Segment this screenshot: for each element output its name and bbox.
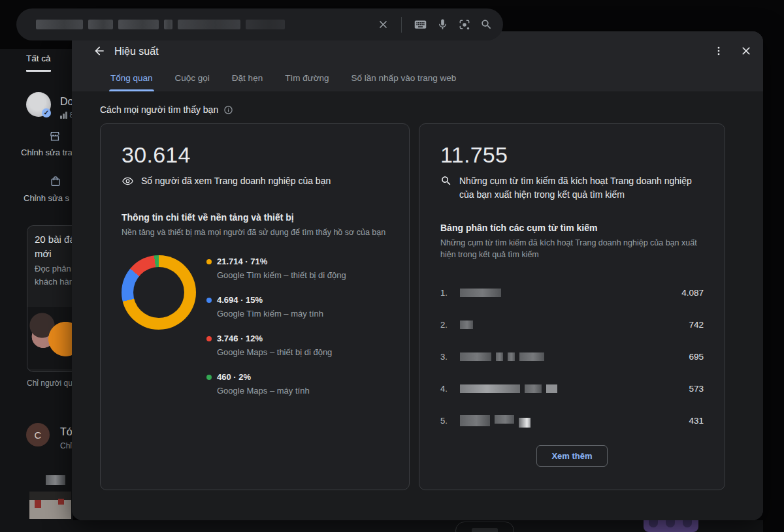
legend-dot: [206, 336, 212, 341]
keyboard-button[interactable]: [414, 18, 427, 31]
redacted-term: [508, 352, 515, 361]
legend-label: Google Maps – thiết bị di động: [217, 347, 346, 357]
redacted-term: [519, 352, 544, 361]
contact-subtitle: Chỉ: [60, 441, 72, 450]
term-value: 4.087: [681, 288, 704, 298]
term-rank: 4.: [440, 384, 460, 394]
tab-overview[interactable]: Tổng quan: [109, 69, 154, 91]
bg-pill-button[interactable]: [455, 522, 514, 532]
donut-legend: 21.714 · 71% Google Tìm kiếm – thiết bị …: [206, 255, 346, 396]
redacted-text: [36, 20, 83, 29]
redacted-term: [460, 415, 490, 426]
views-count: 30.614: [122, 142, 388, 168]
dialog-tabs: Tổng quan Cuộc gọi Đặt hẹn Tìm đường Số …: [109, 69, 457, 91]
search-terms-count: 11.755: [440, 142, 704, 168]
shopping-bag-icon: [49, 175, 62, 191]
term-rank: 5.: [440, 416, 460, 426]
term-rank: 1.: [440, 288, 460, 298]
bg-action-edit-page[interactable]: Chỉnh sửa tran: [21, 148, 77, 157]
redacted-text: [178, 20, 240, 29]
storefront-icon: [48, 130, 61, 146]
close-dialog-button[interactable]: [734, 40, 758, 63]
term-row: 4. 573: [440, 380, 704, 398]
redacted-thumbnail: [46, 475, 65, 485]
close-icon: [377, 18, 389, 31]
redacted-term: [495, 415, 514, 424]
tab-website-clicks[interactable]: Số lần nhấp vào trang web: [350, 69, 458, 91]
redacted-text: [246, 20, 285, 29]
legend-item: 21.714 · 71% Google Tìm kiếm – thiết bị …: [206, 257, 346, 280]
see-more-button[interactable]: Xem thêm: [536, 445, 607, 467]
bar-chart-icon: [60, 112, 67, 119]
more-options-button[interactable]: [707, 40, 730, 63]
verified-badge-icon: ✓: [42, 108, 51, 117]
search-icon: [480, 18, 493, 31]
term-row: 1. 4.087: [440, 284, 704, 302]
redacted-text: [88, 20, 113, 29]
bg-review-card[interactable]: 20 bài đá mới Đọc phản h khách hàng: [27, 225, 76, 372]
bg-tab-all[interactable]: Tất cả: [26, 54, 51, 72]
tab-directions[interactable]: Tìm đường: [284, 69, 330, 91]
bg-review-photo: [27, 307, 76, 369]
breakdown-title: Thông tin chi tiết về nền tảng và thiết …: [122, 212, 388, 223]
legend-item: 3.746 · 12% Google Maps – thiết bị di độ…: [206, 334, 346, 357]
donut-hole: [133, 267, 184, 318]
info-icon[interactable]: [223, 105, 233, 115]
legend-dot: [206, 298, 212, 303]
redacted-text: [118, 20, 159, 29]
tab-calls[interactable]: Cuộc gọi: [174, 69, 211, 91]
terms-list: 1. 4.087 2. 742 3.: [440, 284, 704, 444]
bg-review-card-title2: mới: [35, 248, 52, 259]
legend-item: 4.694 · 15% Google Tìm kiếm – máy tính: [206, 295, 346, 319]
arrow-back-icon: [93, 44, 106, 59]
clear-search-button[interactable]: [377, 18, 389, 31]
legend-dot: [206, 375, 212, 380]
term-row: 5. 431: [440, 412, 704, 430]
term-rank: 2.: [440, 320, 460, 330]
term-value: 573: [689, 384, 704, 394]
redacted-term: [519, 418, 531, 428]
bg-review-card-sub: Đọc phản h: [35, 264, 76, 274]
redacted-term: [460, 321, 473, 329]
redacted-term: [496, 352, 503, 361]
kebab-menu-icon: [713, 45, 725, 59]
mic-icon: [436, 18, 449, 31]
legend-value: 4.694 · 15%: [217, 295, 263, 305]
views-caption: Số người đã xem Trang doanh nghiệp của b…: [141, 174, 331, 188]
search-query-redacted: [36, 20, 377, 29]
term-row: 2. 742: [440, 316, 704, 334]
close-icon: [740, 44, 753, 59]
term-rank: 3.: [440, 352, 460, 362]
search-terms-card: 11.755 Những cụm từ tìm kiếm đã kích hoạ…: [419, 123, 725, 490]
tab-bookings[interactable]: Đặt hẹn: [231, 69, 264, 91]
redacted-thumbnail: [29, 492, 71, 519]
term-value: 742: [689, 320, 704, 330]
divider: [401, 17, 402, 33]
bg-action-edit-services[interactable]: Chỉnh sửa s: [24, 193, 69, 203]
search-icon: [440, 174, 452, 191]
legend-value: 21.714 · 71%: [217, 257, 267, 266]
search-terms-caption: Những cụm từ tìm kiếm đã kích hoạt Trang…: [459, 174, 704, 202]
eye-icon: [122, 174, 134, 191]
search-submit-button[interactable]: [480, 18, 493, 31]
dialog-title: Hiệu suất: [114, 46, 159, 57]
terms-table-subtitle: Những cụm từ tìm kiếm đã kích hoạt Trang…: [440, 237, 704, 260]
bg-review-card-title: 20 bài đá: [35, 234, 75, 245]
legend-item: 460 · 2% Google Maps – máy tính: [206, 372, 346, 396]
redacted-term: [546, 384, 557, 393]
voice-search-button[interactable]: [436, 18, 449, 31]
keyboard-icon: [414, 18, 427, 31]
contact-avatar: C: [26, 423, 50, 446]
term-value: 431: [689, 416, 704, 426]
back-button[interactable]: [88, 40, 111, 63]
lens-search-button[interactable]: [458, 18, 471, 31]
redacted-term: [460, 352, 491, 361]
term-value: 695: [689, 352, 704, 362]
breakdown-subtitle: Nền tảng và thiết bị mà mọi người đã sử …: [122, 227, 388, 238]
search-bar[interactable]: [16, 8, 503, 40]
legend-value: 460 · 2%: [217, 372, 251, 382]
terms-table-title: Bảng phân tích các cụm từ tìm kiếm: [440, 223, 704, 233]
redacted-term: [460, 289, 501, 297]
term-row: 3. 695: [440, 348, 704, 366]
contact-name: Tó: [60, 426, 73, 438]
